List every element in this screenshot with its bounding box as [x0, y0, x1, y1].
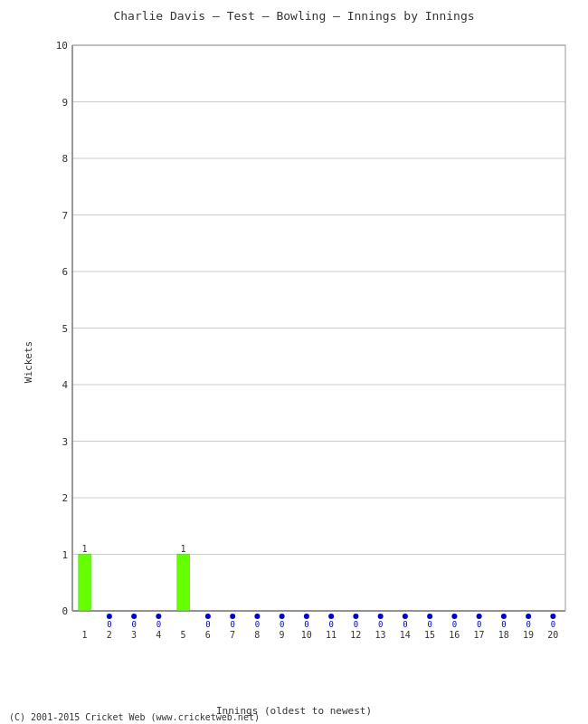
svg-text:7: 7 — [62, 210, 68, 222]
svg-text:0: 0 — [477, 620, 481, 629]
svg-text:0: 0 — [501, 620, 506, 629]
svg-text:8: 8 — [62, 153, 68, 165]
svg-point-79 — [526, 614, 531, 619]
svg-text:9: 9 — [62, 97, 68, 109]
svg-point-34 — [156, 614, 161, 619]
svg-text:5: 5 — [62, 323, 68, 335]
svg-text:6: 6 — [205, 630, 211, 640]
svg-rect-0 — [45, 36, 574, 661]
svg-text:0: 0 — [354, 620, 358, 629]
svg-text:0: 0 — [205, 620, 210, 629]
svg-text:13: 13 — [375, 630, 386, 640]
svg-text:20: 20 — [547, 630, 558, 640]
svg-text:17: 17 — [474, 630, 485, 640]
svg-point-46 — [254, 614, 260, 619]
chart-container: Charlie Davis – Test – Bowling – Innings… — [0, 0, 588, 724]
svg-text:4: 4 — [62, 379, 68, 391]
svg-text:0: 0 — [304, 620, 308, 629]
svg-point-61 — [378, 614, 384, 619]
svg-text:2: 2 — [62, 492, 68, 504]
svg-rect-25 — [79, 555, 91, 612]
svg-point-70 — [451, 614, 457, 619]
svg-text:0: 0 — [378, 620, 383, 629]
svg-text:18: 18 — [498, 630, 509, 640]
svg-text:14: 14 — [400, 630, 411, 640]
svg-text:0: 0 — [526, 620, 530, 629]
chart-area: 0123456789101102030415060708090100110120… — [45, 36, 574, 661]
svg-point-52 — [304, 614, 309, 619]
svg-text:0: 0 — [156, 620, 161, 629]
svg-text:1: 1 — [82, 544, 88, 554]
svg-text:6: 6 — [62, 266, 68, 278]
svg-text:0: 0 — [551, 620, 555, 629]
svg-text:19: 19 — [523, 630, 534, 640]
svg-point-55 — [328, 614, 334, 619]
svg-text:10: 10 — [301, 630, 312, 640]
svg-text:0: 0 — [131, 620, 136, 629]
svg-point-43 — [230, 614, 235, 619]
svg-text:0: 0 — [230, 620, 234, 629]
svg-text:16: 16 — [449, 630, 460, 640]
svg-text:0: 0 — [328, 620, 333, 629]
svg-text:9: 9 — [280, 630, 285, 640]
svg-point-73 — [477, 614, 482, 619]
svg-point-64 — [403, 614, 408, 619]
svg-point-76 — [501, 614, 507, 619]
chart-title: Charlie Davis – Test – Bowling – Innings… — [0, 0, 588, 27]
svg-text:4: 4 — [156, 630, 161, 640]
svg-point-49 — [280, 614, 285, 619]
svg-text:10: 10 — [56, 40, 68, 52]
svg-point-40 — [205, 614, 211, 619]
svg-text:0: 0 — [452, 620, 457, 629]
svg-point-28 — [107, 614, 112, 619]
svg-rect-37 — [177, 555, 190, 612]
svg-text:1: 1 — [62, 549, 68, 561]
svg-text:0: 0 — [427, 620, 432, 629]
svg-text:15: 15 — [424, 630, 435, 640]
svg-text:0: 0 — [280, 620, 284, 629]
copyright-text: (C) 2001-2015 Cricket Web (www.cricketwe… — [9, 712, 260, 722]
svg-text:7: 7 — [230, 630, 235, 640]
svg-text:5: 5 — [181, 630, 186, 640]
svg-text:0: 0 — [255, 620, 260, 629]
svg-point-58 — [353, 614, 358, 619]
svg-point-67 — [427, 614, 432, 619]
svg-text:0: 0 — [107, 620, 111, 629]
y-axis-label: Wickets — [23, 341, 34, 383]
svg-text:11: 11 — [326, 630, 337, 640]
svg-text:8: 8 — [254, 630, 260, 640]
chart-svg: 0123456789101102030415060708090100110120… — [45, 36, 574, 661]
svg-text:12: 12 — [350, 630, 361, 640]
svg-text:2: 2 — [107, 630, 112, 640]
svg-text:1: 1 — [181, 544, 186, 554]
svg-point-31 — [131, 614, 137, 619]
svg-text:0: 0 — [62, 605, 68, 617]
svg-text:0: 0 — [403, 620, 407, 629]
svg-text:1: 1 — [82, 630, 88, 640]
svg-text:3: 3 — [131, 630, 137, 640]
svg-point-82 — [550, 614, 555, 619]
svg-text:3: 3 — [62, 436, 68, 448]
